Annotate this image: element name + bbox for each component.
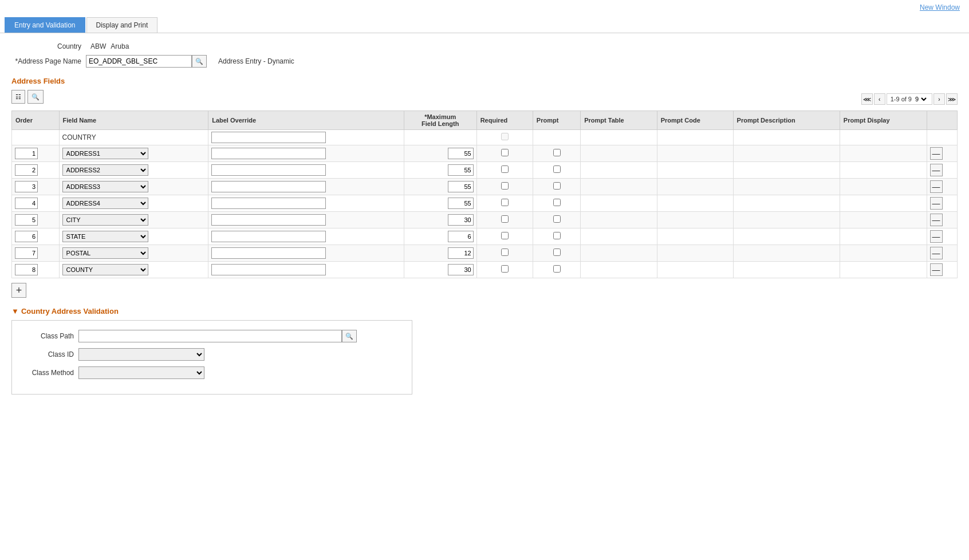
order-input[interactable] bbox=[15, 164, 38, 176]
cell-delete: — bbox=[927, 245, 958, 262]
delete-row-button[interactable]: — bbox=[930, 230, 943, 243]
label-override-input[interactable] bbox=[211, 231, 326, 242]
pagination-next-button[interactable]: › bbox=[933, 93, 945, 105]
cell-prompt-description bbox=[733, 130, 840, 145]
cell-label-override bbox=[208, 179, 404, 195]
required-checkbox[interactable] bbox=[501, 232, 509, 239]
delete-row-button[interactable]: — bbox=[930, 164, 943, 176]
toolbar-search-button[interactable]: 🔍 bbox=[27, 90, 44, 104]
required-checkbox[interactable] bbox=[501, 199, 509, 206]
max-field-length-input[interactable] bbox=[448, 264, 474, 275]
tab-entry-validation[interactable]: Entry and Validation bbox=[5, 17, 85, 33]
max-field-length-input[interactable] bbox=[448, 231, 474, 242]
required-checkbox[interactable] bbox=[501, 215, 509, 223]
address-page-description: Address Entry - Dynamic bbox=[218, 57, 294, 65]
label-override-input[interactable] bbox=[211, 214, 326, 226]
prompt-checkbox[interactable] bbox=[553, 149, 561, 156]
prompt-checkbox[interactable] bbox=[553, 165, 561, 173]
max-field-length-input[interactable] bbox=[448, 198, 474, 209]
required-checkbox[interactable] bbox=[501, 249, 509, 256]
field-name-select[interactable]: ADDRESS1ADDRESS2ADDRESS3ADDRESS4CITYSTAT… bbox=[62, 181, 148, 192]
class-path-input[interactable] bbox=[78, 330, 342, 342]
required-checkbox[interactable] bbox=[501, 165, 509, 173]
cell-prompt-description bbox=[733, 245, 840, 262]
label-override-input[interactable] bbox=[211, 247, 326, 259]
pagination-text: 1-9 of 9 bbox=[891, 96, 912, 102]
delete-row-button[interactable]: — bbox=[930, 263, 943, 276]
class-path-search-button[interactable]: 🔍 bbox=[342, 330, 357, 342]
prompt-checkbox[interactable] bbox=[553, 215, 561, 223]
max-field-length-input[interactable] bbox=[448, 148, 474, 159]
prompt-checkbox[interactable] bbox=[553, 249, 561, 256]
label-override-input[interactable] bbox=[211, 264, 326, 275]
cell-field-name: COUNTRY bbox=[59, 130, 208, 145]
order-input[interactable] bbox=[15, 214, 38, 226]
max-field-length-input[interactable] bbox=[448, 247, 474, 259]
address-page-search-wrapper: 🔍 bbox=[86, 55, 207, 68]
field-name-select[interactable]: ADDRESS1ADDRESS2ADDRESS3ADDRESS4CITYSTAT… bbox=[62, 264, 148, 275]
field-name-select[interactable]: ADDRESS1ADDRESS2ADDRESS3ADDRESS4CITYSTAT… bbox=[62, 214, 148, 226]
cell-prompt bbox=[533, 130, 580, 145]
cell-label-override bbox=[208, 245, 404, 262]
cell-delete: — bbox=[927, 195, 958, 212]
pagination-first-button[interactable]: ⋘ bbox=[861, 93, 873, 105]
prompt-checkbox[interactable] bbox=[553, 232, 561, 239]
cell-order bbox=[12, 228, 60, 245]
required-checkbox[interactable] bbox=[501, 182, 509, 190]
delete-row-button[interactable]: — bbox=[930, 147, 943, 160]
prompt-checkbox[interactable] bbox=[553, 265, 561, 273]
cell-delete: — bbox=[927, 228, 958, 245]
max-field-length-input[interactable] bbox=[448, 181, 474, 192]
cell-field-name: ADDRESS1ADDRESS2ADDRESS3ADDRESS4CITYSTAT… bbox=[59, 262, 208, 278]
label-override-input[interactable] bbox=[211, 181, 326, 192]
field-name-select[interactable]: ADDRESS1ADDRESS2ADDRESS3ADDRESS4CITYSTAT… bbox=[62, 164, 148, 176]
required-checkbox[interactable] bbox=[501, 265, 509, 273]
field-name-select[interactable]: ADDRESS1ADDRESS2ADDRESS3ADDRESS4CITYSTAT… bbox=[62, 148, 148, 159]
order-input[interactable] bbox=[15, 231, 38, 242]
pagination-dropdown[interactable]: 9 bbox=[913, 95, 928, 103]
delete-row-button[interactable]: — bbox=[930, 197, 943, 210]
prompt-checkbox[interactable] bbox=[553, 182, 561, 190]
address-page-search-button[interactable]: 🔍 bbox=[192, 55, 207, 68]
validation-title-text: Country Address Validation bbox=[21, 307, 119, 316]
new-window-link[interactable]: New Window bbox=[920, 3, 960, 11]
delete-row-button[interactable]: — bbox=[930, 247, 943, 259]
label-override-input[interactable] bbox=[211, 198, 326, 209]
field-name-select[interactable]: ADDRESS1ADDRESS2ADDRESS3ADDRESS4CITYSTAT… bbox=[62, 231, 148, 242]
required-checkbox[interactable] bbox=[501, 149, 509, 156]
cell-order bbox=[12, 130, 60, 145]
cell-prompt bbox=[533, 212, 580, 228]
label-override-input[interactable] bbox=[211, 148, 326, 159]
cell-prompt-display bbox=[840, 195, 927, 212]
order-input[interactable] bbox=[15, 181, 38, 192]
pagination-prev-button[interactable]: ‹ bbox=[874, 93, 885, 105]
order-input[interactable] bbox=[15, 148, 38, 159]
label-override-input[interactable] bbox=[211, 164, 326, 176]
cell-prompt-display bbox=[840, 145, 927, 162]
address-page-input[interactable] bbox=[86, 55, 192, 68]
order-input[interactable] bbox=[15, 198, 38, 209]
label-override-input[interactable] bbox=[211, 132, 326, 143]
validation-section-title[interactable]: ▼ Country Address Validation bbox=[11, 307, 958, 316]
class-id-select[interactable] bbox=[78, 348, 204, 361]
tab-display-print[interactable]: Display and Print bbox=[86, 17, 158, 33]
cell-prompt bbox=[533, 179, 580, 195]
cell-delete: — bbox=[927, 212, 958, 228]
table-row: ADDRESS1ADDRESS2ADDRESS3ADDRESS4CITYSTAT… bbox=[12, 228, 958, 245]
order-input[interactable] bbox=[15, 264, 38, 275]
field-name-select[interactable]: ADDRESS1ADDRESS2ADDRESS3ADDRESS4CITYSTAT… bbox=[62, 247, 148, 259]
delete-row-button[interactable]: — bbox=[930, 180, 943, 193]
field-name-select[interactable]: ADDRESS1ADDRESS2ADDRESS3ADDRESS4CITYSTAT… bbox=[62, 198, 148, 209]
max-field-length-input[interactable] bbox=[448, 214, 474, 226]
add-row-button[interactable]: + bbox=[11, 283, 26, 298]
delete-row-button[interactable]: — bbox=[930, 214, 943, 226]
max-field-length-input[interactable] bbox=[448, 164, 474, 176]
order-input[interactable] bbox=[15, 247, 38, 259]
toolbar-view-button[interactable]: ☷ bbox=[11, 90, 25, 104]
address-fields-table: Order Field Name Label Override *Maximum… bbox=[11, 111, 958, 278]
prompt-checkbox[interactable] bbox=[553, 199, 561, 206]
class-method-row: Class Method bbox=[21, 366, 403, 379]
class-method-select[interactable] bbox=[78, 366, 204, 379]
pagination-last-button[interactable]: ⋙ bbox=[946, 93, 958, 105]
country-name: Aruba bbox=[111, 42, 129, 50]
